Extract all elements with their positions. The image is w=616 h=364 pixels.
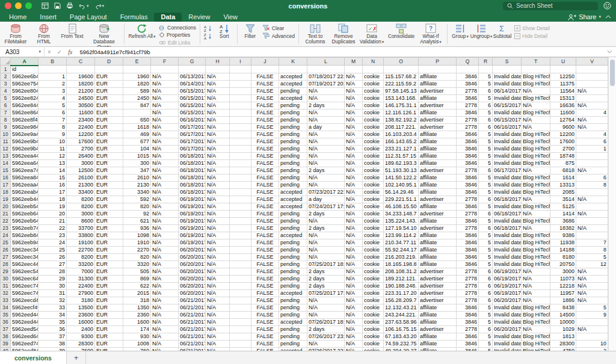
- cell-N32[interactable]: cookie: [363, 289, 384, 297]
- cell-F1[interactable]: [151, 66, 179, 73]
- cell-P26[interactable]: affiliate: [419, 246, 457, 253]
- tab-view[interactable]: View: [217, 13, 244, 22]
- cell-C39[interactable]: 28300: [67, 340, 95, 347]
- cell-M32[interactable]: N/A: [345, 289, 363, 297]
- cell-S12[interactable]: Invalid date: [493, 145, 522, 152]
- cell-M6[interactable]: N/A: [345, 102, 363, 109]
- cell-B27[interactable]: 26: [38, 253, 67, 261]
- cell-P7[interactable]: affiliate: [419, 109, 457, 116]
- formula-input[interactable]: 5962f04a4911e7cf941cf79b: [75, 49, 603, 55]
- cell-D11[interactable]: EUR: [95, 138, 123, 145]
- cell-B34[interactable]: 33: [38, 304, 67, 311]
- cell-G37[interactable]: 06/21/2017: [179, 325, 206, 333]
- cell-M12[interactable]: N/A: [345, 145, 363, 152]
- cell-H38[interactable]: N/A: [206, 333, 230, 340]
- cell-T31[interactable]: N/A: [522, 282, 550, 289]
- from-text-button[interactable]: From Text: [58, 23, 86, 46]
- cell-J29[interactable]: FALSE: [251, 268, 279, 275]
- cell-G40[interactable]: 06/21/2017: [179, 347, 206, 351]
- cell-N31[interactable]: cookie: [363, 282, 384, 289]
- row-header-14[interactable]: 14: [1, 159, 11, 167]
- cell-I20[interactable]: [230, 203, 251, 210]
- cell-N4[interactable]: cookie: [363, 87, 384, 94]
- cell-Q24[interactable]: 3846: [457, 232, 479, 239]
- cell-B24[interactable]: 23: [38, 232, 67, 239]
- from-filemaker-button[interactable]: From FileMaker: [2, 23, 29, 46]
- cell-J20[interactable]: FALSE: [251, 203, 279, 210]
- cell-F3[interactable]: N/A: [151, 80, 179, 87]
- cell-V23[interactable]: N/A: [576, 224, 608, 232]
- cell-F24[interactable]: N/A: [151, 232, 179, 239]
- cell-P14[interactable]: affiliate: [419, 159, 457, 167]
- cell-T11[interactable]: Blog HiTech: [522, 138, 550, 145]
- column-header-N[interactable]: N: [363, 58, 384, 66]
- cell-C16[interactable]: 26100: [67, 174, 95, 181]
- cell-S36[interactable]: Invalid date: [493, 318, 522, 325]
- cell-J22[interactable]: FALSE: [251, 217, 279, 224]
- cell-U6[interactable]: 16636: [550, 102, 576, 109]
- cell-Q23[interactable]: 2778: [457, 224, 479, 232]
- cell-B10[interactable]: 9: [38, 131, 67, 138]
- cell-H31[interactable]: N/A: [206, 282, 230, 289]
- cell-D1[interactable]: [95, 66, 123, 73]
- row-header-23[interactable]: 23: [1, 224, 11, 232]
- cell-T22[interactable]: Blog HiTech: [522, 217, 550, 224]
- cell-A20[interactable]: 5962eeb549: [11, 203, 38, 210]
- cell-N8[interactable]: cookie: [363, 116, 384, 123]
- cell-P12[interactable]: affiliate: [419, 145, 457, 152]
- cell-B18[interactable]: 17: [38, 188, 67, 196]
- cell-K4[interactable]: pending: [279, 87, 307, 94]
- cell-C15[interactable]: 12500: [67, 167, 95, 174]
- cell-R5[interactable]: 5: [479, 94, 493, 102]
- row-header-26[interactable]: 26: [1, 246, 11, 253]
- cell-E20[interactable]: 820: [123, 203, 151, 210]
- cell-N39[interactable]: cookie: [363, 340, 384, 347]
- cell-T24[interactable]: Blog HiTech: [522, 232, 550, 239]
- cell-G3[interactable]: 06/14/2017: [179, 80, 206, 87]
- cell-T19[interactable]: N/A: [522, 196, 550, 203]
- cell-N6[interactable]: cookie: [363, 102, 384, 109]
- cell-C3[interactable]: 18200: [67, 80, 95, 87]
- cell-M28[interactable]: N/A: [345, 261, 363, 268]
- cell-O13[interactable]: 112.31.57.15: [384, 152, 419, 159]
- cell-C6[interactable]: 30500: [67, 102, 95, 109]
- cell-O36[interactable]: 237.63.58.96: [384, 318, 419, 325]
- cell-V30[interactable]: N/A: [576, 275, 608, 282]
- cell-B33[interactable]: 32: [38, 297, 67, 304]
- cell-N38[interactable]: cookie: [363, 333, 384, 340]
- cell-D7[interactable]: EUR: [95, 109, 123, 116]
- column-header-Q[interactable]: Q: [457, 58, 479, 66]
- cell-L15[interactable]: 2 days: [307, 167, 345, 174]
- cell-L5[interactable]: N/A: [307, 94, 345, 102]
- cell-A30[interactable]: 5962eec649: [11, 275, 38, 282]
- cell-T33[interactable]: N/A: [522, 297, 550, 304]
- cell-P25[interactable]: affiliate: [419, 239, 457, 246]
- cell-H2[interactable]: N/A: [206, 73, 230, 80]
- cell-A32[interactable]: 5962eec749: [11, 289, 38, 297]
- cell-D8[interactable]: EUR: [95, 116, 123, 123]
- cell-R12[interactable]: 5: [479, 145, 493, 152]
- cell-A8[interactable]: 5962ee8f49: [11, 116, 38, 123]
- cell-J4[interactable]: FALSE: [251, 87, 279, 94]
- cell-B11[interactable]: 10: [38, 138, 67, 145]
- cell-Q20[interactable]: 3846: [457, 203, 479, 210]
- cell-O35[interactable]: 243.244.221.: [384, 311, 419, 318]
- cell-U25[interactable]: 11938: [550, 239, 576, 246]
- minimize-window-button[interactable]: [15, 2, 22, 9]
- cell-P39[interactable]: affiliate: [419, 340, 457, 347]
- data-validation-button[interactable]: ✓✗ Data Validation▾: [358, 23, 386, 46]
- row-header-4[interactable]: 4: [1, 87, 11, 94]
- cell-V2[interactable]: [576, 73, 608, 80]
- cell-U13[interactable]: 18748: [550, 152, 576, 159]
- cell-O18[interactable]: 56.14.29.46: [384, 188, 419, 196]
- cell-Q19[interactable]: 2778: [457, 196, 479, 203]
- cell-I11[interactable]: [230, 138, 251, 145]
- cell-C25[interactable]: 19100: [67, 239, 95, 246]
- cell-O26[interactable]: 55.92.244.17: [384, 246, 419, 253]
- cell-N36[interactable]: cookie: [363, 318, 384, 325]
- cell-R34[interactable]: 5: [479, 304, 493, 311]
- cell-D16[interactable]: EUR: [95, 174, 123, 181]
- cell-M15[interactable]: N/A: [345, 167, 363, 174]
- cell-C36[interactable]: 16000: [67, 318, 95, 325]
- cell-T23[interactable]: N/A: [522, 224, 550, 232]
